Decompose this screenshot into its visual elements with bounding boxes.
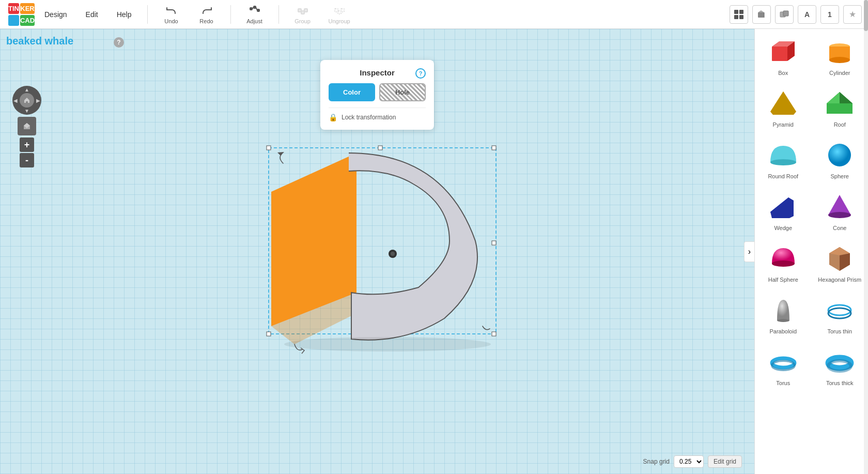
svg-rect-18 bbox=[267, 332, 271, 336]
shape-item-torus[interactable]: Torus bbox=[755, 339, 812, 391]
cone-label: Cone bbox=[833, 225, 846, 231]
shape-item-cylinder[interactable]: Cylinder bbox=[812, 29, 869, 81]
redo-button[interactable]: Redo bbox=[191, 3, 222, 26]
zoom-controls: + - bbox=[20, 137, 34, 167]
inspector-tabs: Color Hole bbox=[329, 83, 426, 101]
svg-rect-10 bbox=[338, 11, 341, 14]
shape-viewport[interactable] bbox=[196, 143, 506, 360]
svg-point-46 bbox=[772, 261, 795, 267]
snap-grid-select[interactable]: 0.25 0.5 1 bbox=[674, 455, 704, 468]
lock-icon: 🔒 bbox=[329, 113, 337, 121]
shape-canvas-cylinder bbox=[822, 36, 858, 67]
shape-canvas-wedge bbox=[765, 191, 801, 222]
scrollbar-track bbox=[864, 29, 868, 474]
color-tab[interactable]: Color bbox=[329, 83, 375, 101]
grid-view-button[interactable] bbox=[730, 5, 748, 24]
shape-item-torus-thin[interactable]: Torus thin bbox=[812, 287, 869, 339]
svg-rect-7 bbox=[301, 11, 304, 14]
zoom-out-button[interactable]: - bbox=[20, 153, 34, 167]
adjust-button[interactable]: Adjust bbox=[239, 3, 270, 26]
shape-item-sphere[interactable]: Sphere bbox=[812, 132, 869, 184]
group-button[interactable]: Group bbox=[287, 3, 318, 26]
svg-point-40 bbox=[828, 144, 851, 166]
shape-canvas-box bbox=[765, 36, 801, 67]
svg-marker-38 bbox=[840, 92, 853, 103]
text-icon: A bbox=[804, 10, 810, 19]
collapse-panel-button[interactable]: › bbox=[744, 241, 754, 262]
main-shape-svg bbox=[196, 143, 506, 360]
svg-rect-11 bbox=[758, 12, 764, 18]
cube-view-button[interactable] bbox=[775, 5, 794, 24]
box-3d-icon bbox=[756, 9, 767, 20]
nav-up-arrow: ▲ bbox=[24, 87, 29, 93]
svg-marker-49 bbox=[840, 253, 850, 271]
shape-item-half-sphere[interactable]: Half Sphere bbox=[755, 236, 812, 287]
logo-tin: TIN bbox=[8, 3, 19, 14]
logo[interactable]: TIN KER CAD bbox=[6, 1, 33, 28]
svg-marker-43 bbox=[770, 197, 794, 218]
ungroup-icon bbox=[333, 5, 346, 17]
inspector-title: Inspector bbox=[329, 68, 426, 77]
undo-button[interactable]: Undo bbox=[156, 3, 187, 26]
inspector-help-button[interactable]: ? bbox=[415, 68, 426, 79]
box-view-button[interactable] bbox=[752, 5, 771, 24]
svg-rect-19 bbox=[492, 332, 496, 336]
svg-rect-20 bbox=[378, 146, 382, 150]
text-button[interactable]: A bbox=[798, 5, 816, 24]
edit-grid-button[interactable]: Edit grid bbox=[708, 455, 742, 468]
nav-right-arrow: ▶ bbox=[36, 98, 40, 103]
number-button[interactable]: 1 bbox=[820, 5, 839, 24]
shape-grid: Box Cylinder bbox=[755, 29, 868, 391]
svg-rect-21 bbox=[492, 241, 496, 245]
logo-empty bbox=[8, 15, 19, 26]
shape-canvas-torus bbox=[765, 346, 801, 377]
scrollbar-thumb[interactable] bbox=[864, 29, 868, 31]
home-view-button[interactable] bbox=[18, 117, 36, 135]
redo-icon bbox=[200, 5, 213, 17]
star-button[interactable]: ★ bbox=[843, 5, 862, 24]
svg-rect-16 bbox=[267, 146, 271, 150]
menu-edit[interactable]: Edit bbox=[79, 7, 105, 22]
project-name[interactable]: beaked whale bbox=[6, 35, 73, 47]
shape-canvas-roof bbox=[822, 87, 858, 118]
chevron-right-icon: › bbox=[748, 247, 751, 256]
torus-label: Torus bbox=[776, 380, 790, 386]
ungroup-label: Ungroup bbox=[329, 18, 350, 24]
shape-canvas-sphere bbox=[822, 139, 858, 170]
topbar: TIN KER CAD Design Edit Help Undo Redo bbox=[0, 0, 868, 29]
adjust-icon bbox=[249, 5, 261, 17]
canvas-area[interactable]: beaked whale ? ▲ ▼ ◀ ▶ bbox=[0, 29, 754, 474]
hole-tab[interactable]: Hole bbox=[379, 83, 426, 101]
snap-grid-label: Snap grid bbox=[643, 458, 670, 465]
lock-transformation-row: 🔒 Lock transformation bbox=[329, 108, 426, 121]
shape-item-cone[interactable]: Cone bbox=[812, 184, 869, 236]
undo-icon bbox=[165, 5, 178, 17]
menu-design[interactable]: Design bbox=[37, 7, 74, 22]
shape-item-torus-thick[interactable]: Torus thick bbox=[812, 339, 869, 391]
svg-rect-13 bbox=[783, 11, 788, 16]
menu-help[interactable]: Help bbox=[110, 7, 139, 22]
shape-item-paraboloid[interactable]: Paraboloid bbox=[755, 287, 812, 339]
svg-line-3 bbox=[252, 7, 254, 9]
zoom-in-button[interactable]: + bbox=[20, 137, 34, 152]
shape-item-box[interactable]: Box bbox=[755, 29, 812, 81]
shape-canvas-cone bbox=[822, 191, 858, 222]
round-roof-label: Round Roof bbox=[768, 173, 798, 179]
help-button[interactable]: ? bbox=[114, 37, 124, 48]
nav-down-arrow: ▼ bbox=[24, 108, 29, 114]
redo-label: Redo bbox=[199, 18, 213, 24]
svg-rect-28 bbox=[772, 47, 787, 61]
nav-left-arrow: ◀ bbox=[13, 98, 18, 103]
shape-item-wedge[interactable]: Wedge bbox=[755, 184, 812, 236]
shape-item-roof[interactable]: Roof bbox=[812, 81, 869, 132]
svg-rect-17 bbox=[492, 146, 496, 150]
nav-compass[interactable]: ▲ ▼ ◀ ▶ bbox=[12, 86, 41, 115]
shape-item-hexagonal-prism[interactable]: Hexagonal Prism bbox=[812, 236, 869, 287]
svg-line-4 bbox=[256, 7, 257, 10]
shape-item-pyramid[interactable]: Pyramid bbox=[755, 81, 812, 132]
main-content: beaked whale ? ▲ ▼ ◀ ▶ bbox=[0, 29, 868, 474]
ungroup-button[interactable]: Ungroup bbox=[322, 3, 357, 26]
shape-item-round-roof[interactable]: Round Roof bbox=[755, 132, 812, 184]
svg-point-45 bbox=[828, 212, 851, 218]
lock-label[interactable]: Lock transformation bbox=[342, 114, 396, 121]
